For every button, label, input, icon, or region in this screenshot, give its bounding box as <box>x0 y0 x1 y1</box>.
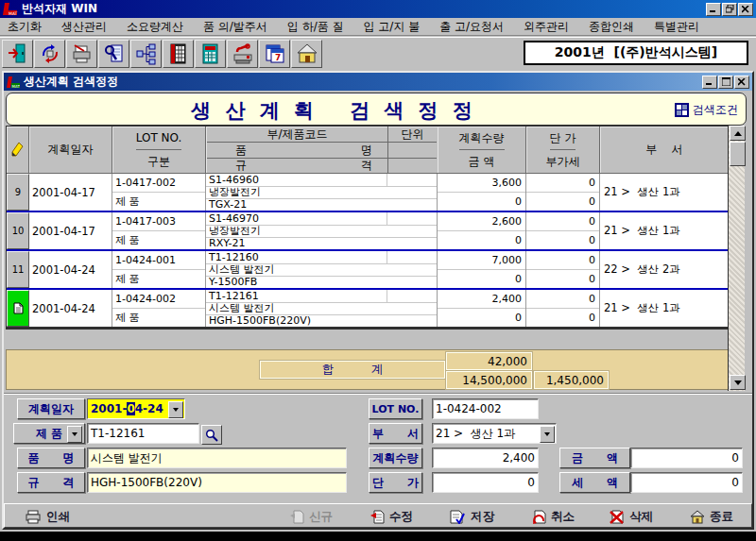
menu-item-requirements[interactable]: 소요량계산 <box>127 19 183 35</box>
search-condition-button[interactable]: 검색조건 <box>675 102 738 118</box>
menu-item-special[interactable]: 특별관리 <box>654 19 699 35</box>
menu-item-outsourcing[interactable]: 외주관리 <box>524 19 569 35</box>
arrow-down-icon <box>734 380 742 385</box>
scroll-up-button[interactable] <box>730 126 746 141</box>
toolbar-refresh-button[interactable] <box>34 40 65 68</box>
menu-item-stockin-payment[interactable]: 입 고/지 불 <box>364 19 421 35</box>
cell-category: 제 품 <box>112 193 205 211</box>
toolbar-calculator-button[interactable] <box>195 40 226 68</box>
scroll-down-button[interactable] <box>730 375 746 390</box>
close-button[interactable] <box>738 3 753 16</box>
amount-label: 금 액 <box>559 448 630 468</box>
modify-button[interactable]: 수정 <box>369 507 413 526</box>
item-search-button[interactable] <box>201 425 222 445</box>
menu-bar: 초기화 생산관리 소요량계산 품 의/발주서 입 하/품 질 입 고/지 불 출… <box>0 18 756 36</box>
modify-document-icon <box>369 510 385 524</box>
desktop-background <box>0 532 756 541</box>
row-number[interactable]: 9 <box>7 174 29 211</box>
plan-date-input[interactable]: 2001-04-24 <box>87 398 185 419</box>
menu-item-init[interactable]: 초기화 <box>8 19 42 35</box>
header-product[interactable]: 부/제품코드단위 품명 규격 <box>206 127 438 174</box>
toolbar-calendar-button[interactable]: 7 <box>259 40 290 68</box>
menu-item-purchase-order[interactable]: 품 의/발주서 <box>203 19 267 35</box>
cell-qty: 7,000 <box>438 251 525 270</box>
cell-spec: TGX-21 <box>206 199 437 211</box>
plan-date-dropdown-button[interactable] <box>168 401 183 418</box>
unit-price-input[interactable]: 0 <box>432 472 539 493</box>
plan-qty-label: 계획수량 <box>369 448 422 468</box>
minimize-button[interactable] <box>706 3 721 16</box>
table-row-selected[interactable]: 2001-04-24 1-0424-002제 품 T1-12161 시스템 발전… <box>7 290 729 329</box>
chevron-down-icon <box>173 408 179 412</box>
heading-band: 생 산 계 획 검 색 정 정 검색조건 <box>6 93 747 126</box>
close-button-bottom[interactable]: 종료 <box>690 507 733 526</box>
item-type-dropdown-button[interactable] <box>67 426 82 443</box>
cell-item-code: S1-46970 <box>206 212 387 225</box>
print-button[interactable]: 인쇄 <box>26 507 70 526</box>
tax-input[interactable]: 0 <box>630 472 743 493</box>
header-plan-date[interactable]: 계획일자 <box>29 127 112 174</box>
toolbar-bom-tree-button[interactable] <box>130 40 162 68</box>
toolbar-exit-button[interactable] <box>2 40 33 68</box>
spec-field: HGH-1500FB(220V) <box>87 472 347 493</box>
toolbar-machine-tools-button[interactable] <box>227 40 258 68</box>
toolbar: 7 2001년 [(주)반석시스템] <box>0 37 756 69</box>
table-row[interactable]: 9 2001-04-17 1-0417-002제 품 S1-46960 냉장발전… <box>7 174 729 212</box>
cell-spec: RXY-21 <box>206 238 437 249</box>
header-qty-amount[interactable]: 계획수량 금 액 <box>438 127 526 174</box>
print-icon <box>26 510 42 524</box>
delete-button[interactable]: 삭제 <box>609 507 653 526</box>
item-code-input[interactable]: T1-12161 <box>87 423 199 444</box>
delete-x-icon <box>609 510 625 524</box>
menu-item-receiving-quality[interactable]: 입 하/품 질 <box>287 19 344 35</box>
home-icon <box>296 42 318 65</box>
header-department[interactable]: 부 서 <box>600 127 729 174</box>
dept-dropdown-button[interactable] <box>540 426 555 443</box>
cell-spec: HGH-1500FB(220V) <box>206 315 437 327</box>
home-exit-icon <box>690 510 705 524</box>
scroll-thumb[interactable] <box>730 142 746 166</box>
total-band: 합 계 42,000 14,500,000 1,450,000 <box>6 349 728 390</box>
row-number[interactable]: 10 <box>7 212 29 249</box>
menu-item-stockout-request[interactable]: 출 고/요청서 <box>439 19 504 35</box>
toolbar-ledger-button[interactable] <box>163 40 194 68</box>
menu-item-print-all[interactable]: 종합인쇄 <box>589 19 634 35</box>
cell-price: 0 <box>526 251 599 270</box>
svg-text:MAT: MAT <box>12 83 21 88</box>
restore-button[interactable] <box>722 3 737 16</box>
inner-minimize-button[interactable] <box>702 76 717 89</box>
toolbar-print-button[interactable] <box>66 40 97 68</box>
cell-unit <box>387 212 437 225</box>
toolbar-home-button[interactable] <box>291 40 322 68</box>
unit-price-label: 단 가 <box>369 472 422 493</box>
vertical-scrollbar[interactable] <box>728 126 745 391</box>
menu-item-production[interactable]: 생산관리 <box>61 19 107 35</box>
plan-qty-input[interactable]: 2,400 <box>432 448 539 468</box>
cancel-button[interactable]: 취소 <box>531 507 575 526</box>
item-type-select[interactable]: 제 품 <box>13 423 85 444</box>
title-bar: MAT 반석자재 WIN <box>0 0 756 18</box>
row-number[interactable]: 11 <box>7 251 29 288</box>
lot-no-input[interactable]: 1-0424-002 <box>432 398 539 419</box>
item-name-label: 품 명 <box>17 448 85 468</box>
header-price-vat[interactable]: 단 가 부가세 <box>526 127 600 174</box>
plan-grid: 계획일자 LOT NO. 구분 부/제품코드단위 품명 규격 계획수량 금 액 … <box>6 126 730 330</box>
arrow-up-icon <box>734 131 742 136</box>
svg-text:7: 7 <box>275 53 281 62</box>
dept-select[interactable]: 21 > 생산 1과 <box>432 423 557 444</box>
svg-text:MAT: MAT <box>9 11 18 16</box>
total-label: 합 계 <box>260 361 445 379</box>
amount-input[interactable]: 0 <box>630 448 743 468</box>
plan-date-label: 계획일자 <box>17 398 85 419</box>
cell-department: 21 > 생산 1과 <box>600 290 729 327</box>
inner-close-button[interactable] <box>734 76 749 89</box>
selected-row-indicator[interactable] <box>7 290 29 327</box>
cell-price: 0 <box>526 212 599 231</box>
inner-maximize-button[interactable] <box>718 76 733 89</box>
save-button[interactable]: 저장 <box>450 507 494 526</box>
table-row[interactable]: 10 2001-04-17 1-0417-003제 품 S1-46970 냉장발… <box>7 212 729 251</box>
toolbar-search-document-button[interactable] <box>98 40 129 68</box>
table-row[interactable]: 11 2001-04-24 1-0424-001제 품 T1-12160 시스템… <box>7 251 729 290</box>
header-lot-category[interactable]: LOT NO. 구분 <box>112 127 206 174</box>
new-button[interactable]: 신규 <box>289 507 333 526</box>
